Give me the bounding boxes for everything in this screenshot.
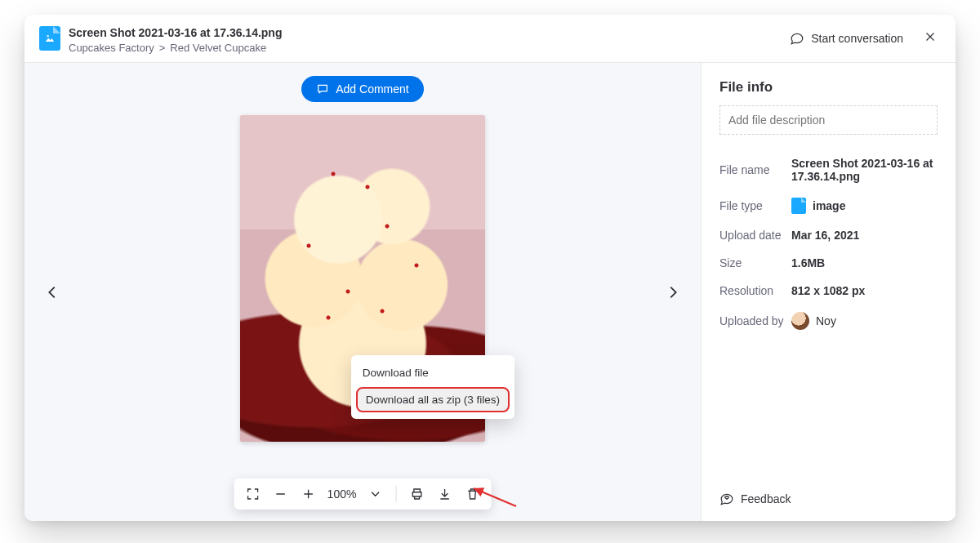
title-block: Screen Shot 2021-03-16 at 17.36.14.png C… (69, 26, 282, 54)
plus-icon (301, 487, 316, 501)
image-file-icon (39, 26, 60, 51)
meta-uploaded-by: Uploaded by Noy (719, 305, 938, 337)
breadcrumb-item[interactable]: Red Velvet Cupcake (170, 42, 266, 54)
meta-label-uploaded-by: Uploaded by (719, 314, 791, 327)
meta-label-file-type: File type (719, 199, 791, 212)
download-icon (437, 487, 452, 501)
prev-image-button[interactable] (39, 279, 65, 305)
file-type-text: image (813, 199, 845, 212)
add-comment-button[interactable]: Add Comment (301, 76, 423, 102)
delete-button[interactable] (461, 483, 483, 505)
trash-icon (465, 487, 479, 501)
zoom-in-button[interactable] (298, 483, 319, 505)
meta-value-size: 1.6MB (791, 256, 825, 269)
download-button[interactable] (434, 483, 455, 505)
chat-icon (790, 31, 804, 46)
file-info-title: File info (719, 79, 938, 96)
zoom-level: 100% (326, 487, 359, 501)
download-menu: Download file Download all as zip (3 fil… (351, 355, 514, 419)
svg-point-0 (47, 35, 49, 37)
add-comment-label: Add Comment (336, 82, 408, 96)
next-image-button[interactable] (660, 279, 686, 305)
close-icon (923, 29, 938, 44)
minus-icon (274, 487, 288, 501)
print-button[interactable] (406, 483, 427, 505)
meta-value-uploaded-by: Noy (791, 312, 836, 330)
toolbar-separator (395, 486, 396, 502)
image-stage: Download file Download all as zip (3 fil… (240, 115, 485, 442)
meta-label-size: Size (719, 256, 791, 269)
meta-upload-date: Upload date Mar 16, 2021 (719, 221, 938, 249)
breadcrumb-root[interactable]: Cupcakes Factory (69, 42, 154, 54)
meta-label-resolution: Resolution (719, 284, 791, 297)
download-all-zip-option[interactable]: Download all as zip (3 files) (356, 387, 510, 412)
sidebar-spacer (719, 337, 938, 487)
meta-label-upload-date: Upload date (719, 229, 791, 242)
meta-file-name: File name Screen Shot 2021-03-16 at 17.3… (719, 149, 938, 190)
start-conversation-label: Start conversation (811, 32, 903, 45)
header-left: Screen Shot 2021-03-16 at 17.36.14.png C… (39, 26, 282, 54)
file-preview-window: Screen Shot 2021-03-16 at 17.36.14.png C… (24, 15, 956, 521)
print-icon (409, 487, 424, 501)
uploader-avatar (791, 312, 809, 330)
meta-value-resolution: 812 x 1082 px (791, 284, 865, 297)
fit-screen-icon (246, 487, 261, 501)
header-right: Start conversation (790, 26, 941, 51)
feedback-icon (719, 492, 734, 506)
feedback-button[interactable]: Feedback (719, 487, 938, 511)
body: Add Comment Download file Download all a… (24, 63, 956, 521)
chevron-down-icon (368, 487, 382, 501)
file-info-sidebar: File info File name Screen Shot 2021-03-… (701, 63, 956, 521)
header: Screen Shot 2021-03-16 at 17.36.14.png C… (24, 15, 956, 63)
zoom-out-button[interactable] (270, 483, 292, 505)
meta-file-type: File type image (719, 190, 938, 221)
meta-label-file-name: File name (719, 163, 791, 176)
meta-value-file-type: image (791, 198, 845, 214)
fit-screen-button[interactable] (243, 483, 264, 505)
viewer-area: Add Comment Download file Download all a… (24, 63, 701, 521)
meta-value-upload-date: Mar 16, 2021 (791, 229, 859, 242)
meta-size: Size 1.6MB (719, 249, 938, 277)
uploader-name: Noy (816, 314, 836, 327)
feedback-label: Feedback (741, 492, 791, 505)
chevron-right-icon (664, 283, 682, 301)
file-title: Screen Shot 2021-03-16 at 17.36.14.png (69, 26, 282, 39)
image-type-icon (791, 198, 806, 214)
file-description-input[interactable] (719, 105, 938, 135)
viewer-toolbar: 100% (234, 478, 492, 510)
breadcrumb-separator: > (159, 42, 166, 54)
download-file-option[interactable]: Download file (351, 360, 514, 385)
zoom-dropdown-button[interactable] (364, 483, 385, 505)
meta-value-file-name: Screen Shot 2021-03-16 at 17.36.14.png (791, 157, 938, 183)
start-conversation-button[interactable]: Start conversation (790, 31, 903, 46)
close-button[interactable] (920, 26, 941, 51)
comment-icon (316, 82, 329, 96)
meta-resolution: Resolution 812 x 1082 px (719, 277, 938, 305)
breadcrumb: Cupcakes Factory > Red Velvet Cupcake (69, 42, 282, 54)
chevron-left-icon (43, 283, 61, 301)
